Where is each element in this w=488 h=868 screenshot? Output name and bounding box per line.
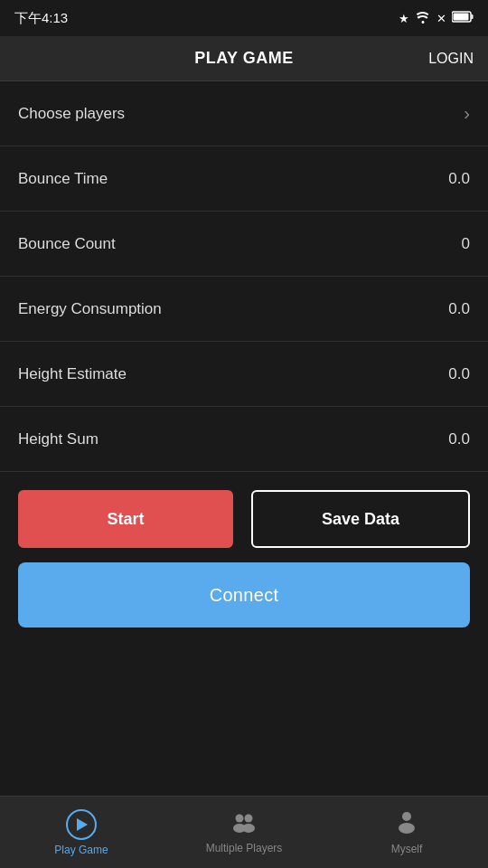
bounce-time-value: 0.0 bbox=[448, 170, 470, 188]
tab-bar: Play Game Multiple Players Myself bbox=[0, 796, 488, 868]
energy-consumption-value: 0.0 bbox=[448, 300, 470, 318]
svg-point-6 bbox=[242, 824, 255, 833]
height-estimate-value: 0.0 bbox=[448, 365, 470, 383]
height-sum-item: Height Sum 0.0 bbox=[0, 407, 488, 472]
status-time: 下午4:13 bbox=[14, 10, 68, 27]
menu-list: Choose players › Bounce Time 0.0 Bounce … bbox=[0, 81, 488, 472]
app-header: PLAY GAME LOGIN bbox=[0, 36, 488, 81]
height-estimate-item: Height Estimate 0.0 bbox=[0, 342, 488, 407]
header-title: PLAY GAME bbox=[194, 49, 294, 68]
energy-consumption-item: Energy Consumption 0.0 bbox=[0, 277, 488, 342]
wifi-icon bbox=[415, 11, 431, 26]
multiple-players-icon bbox=[230, 811, 258, 838]
svg-point-7 bbox=[402, 812, 411, 821]
tab-multiple-players[interactable]: Multiple Players bbox=[163, 797, 325, 868]
energy-consumption-label: Energy Consumption bbox=[18, 300, 162, 318]
status-bar: 下午4:13 ★ ✕ bbox=[0, 0, 488, 36]
tab-play-game-label: Play Game bbox=[54, 844, 108, 856]
tab-multiple-players-label: Multiple Players bbox=[206, 842, 283, 854]
start-button[interactable]: Start bbox=[18, 490, 233, 548]
signal-icon: ✕ bbox=[436, 12, 446, 25]
tab-myself[interactable]: Myself bbox=[325, 797, 488, 868]
svg-point-8 bbox=[399, 823, 415, 834]
height-estimate-label: Height Estimate bbox=[18, 365, 127, 383]
bounce-time-label: Bounce Time bbox=[18, 170, 108, 188]
action-buttons: Start Save Data bbox=[0, 472, 488, 562]
choose-players-label: Choose players bbox=[18, 105, 125, 123]
svg-rect-2 bbox=[454, 14, 469, 21]
svg-point-3 bbox=[236, 814, 244, 822]
chevron-right-icon: › bbox=[464, 103, 470, 124]
bounce-count-value: 0 bbox=[462, 235, 470, 253]
login-button[interactable]: LOGIN bbox=[428, 51, 474, 67]
height-sum-label: Height Sum bbox=[18, 430, 99, 448]
height-sum-value: 0.0 bbox=[448, 430, 470, 448]
svg-point-4 bbox=[245, 814, 253, 822]
bounce-count-item: Bounce Count 0 bbox=[0, 212, 488, 277]
choose-players-item[interactable]: Choose players › bbox=[0, 81, 488, 146]
connect-section: Connect bbox=[0, 562, 488, 627]
myself-icon bbox=[396, 810, 418, 839]
connect-button[interactable]: Connect bbox=[18, 562, 470, 627]
battery-icon bbox=[452, 11, 474, 25]
svg-rect-1 bbox=[472, 14, 474, 19]
bounce-time-item: Bounce Time 0.0 bbox=[0, 146, 488, 212]
status-icons: ★ ✕ bbox=[399, 11, 474, 26]
bounce-count-label: Bounce Count bbox=[18, 235, 116, 253]
tab-play-game[interactable]: Play Game bbox=[0, 797, 163, 868]
save-data-button[interactable]: Save Data bbox=[251, 490, 470, 548]
play-game-icon bbox=[66, 809, 97, 840]
bluetooth-icon: ★ bbox=[399, 12, 409, 25]
tab-myself-label: Myself bbox=[391, 843, 423, 855]
